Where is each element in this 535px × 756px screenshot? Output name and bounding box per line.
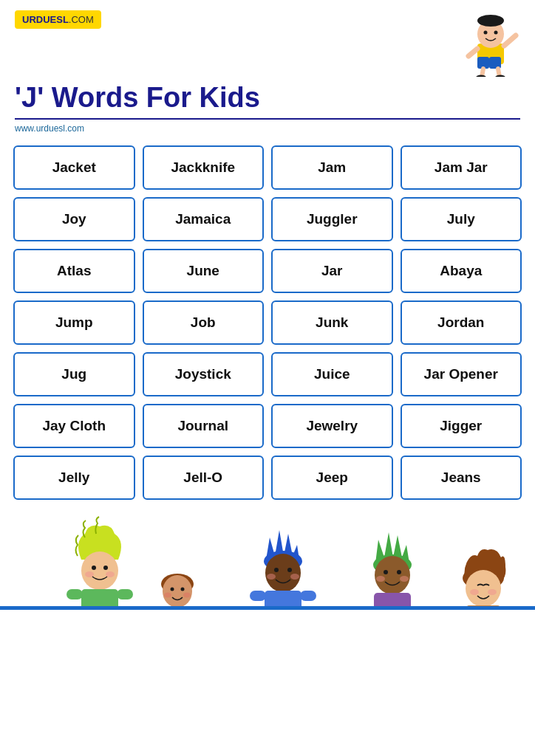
svg-point-39 (384, 570, 388, 574)
svg-point-6 (494, 31, 498, 35)
svg-point-30 (274, 568, 279, 572)
logo-dotcom: .COM (69, 14, 94, 25)
svg-point-31 (287, 568, 292, 572)
word-card-12: Jump (13, 300, 135, 345)
word-grid: JacketJackknifeJamJam JarJoyJamaicaJuggl… (0, 140, 535, 506)
logo-text: URDUESL (22, 14, 69, 25)
svg-point-41 (376, 576, 385, 582)
word-card-21: Journal (143, 404, 265, 448)
word-card-2: Jam (271, 145, 393, 190)
word-card-19: Jar Opener (401, 352, 522, 396)
word-card-14: Junk (271, 300, 393, 345)
svg-point-42 (400, 576, 409, 582)
svg-point-33 (290, 574, 299, 580)
svg-line-8 (468, 49, 477, 56)
svg-point-32 (267, 574, 276, 580)
word-card-10: Jar (271, 249, 393, 293)
svg-point-40 (397, 570, 401, 574)
word-card-3: Jam Jar (401, 145, 522, 190)
word-card-13: Job (143, 300, 265, 345)
logo-badge: URDUESL.COM (15, 10, 101, 29)
kids-illustration-bottom (0, 512, 535, 645)
svg-point-46 (470, 589, 479, 595)
kid-illustration-top (461, 10, 520, 77)
svg-point-23 (171, 587, 174, 591)
svg-point-47 (488, 589, 497, 595)
word-card-20: Jay Cloth (13, 404, 135, 448)
word-card-22: Jewelry (271, 404, 393, 448)
page-header: URDUESL.COM (0, 0, 535, 77)
word-card-27: Jeans (401, 456, 522, 500)
svg-point-24 (181, 587, 185, 591)
svg-point-4 (477, 15, 504, 27)
svg-point-25 (164, 592, 171, 597)
svg-point-13 (81, 551, 118, 590)
word-card-1: Jackknife (143, 145, 265, 190)
svg-point-14 (92, 566, 96, 570)
svg-point-29 (265, 554, 301, 592)
svg-point-38 (375, 556, 410, 594)
svg-rect-50 (0, 606, 535, 610)
svg-point-22 (163, 575, 192, 608)
svg-rect-36 (300, 591, 316, 601)
svg-point-26 (183, 592, 191, 597)
svg-point-5 (484, 31, 488, 35)
svg-point-15 (103, 566, 108, 570)
word-card-7: July (401, 197, 522, 241)
svg-point-45 (466, 570, 501, 607)
svg-line-7 (504, 35, 516, 46)
word-card-25: Jell-O (143, 456, 265, 500)
page-title: 'J' Words For Kids (0, 77, 535, 114)
svg-rect-19 (67, 589, 83, 599)
word-card-26: Jeep (271, 456, 393, 500)
word-card-18: Juice (271, 352, 393, 396)
word-card-23: Jigger (401, 404, 522, 448)
word-card-8: Atlas (13, 249, 135, 293)
word-card-4: Joy (13, 197, 135, 241)
word-card-24: Jelly (13, 456, 135, 500)
svg-rect-35 (250, 591, 266, 601)
logo-area: URDUESL.COM (15, 10, 101, 29)
word-card-9: June (143, 249, 265, 293)
word-card-15: Jordan (401, 300, 522, 345)
word-card-0: Jacket (13, 145, 135, 190)
word-card-16: Jug (13, 352, 135, 396)
word-card-11: Abaya (401, 249, 522, 293)
website-url: www.urduesl.com (0, 120, 535, 140)
word-card-6: Juggler (271, 197, 393, 241)
svg-rect-49 (0, 608, 535, 645)
svg-point-12 (495, 75, 505, 78)
word-card-5: Jamaica (143, 197, 265, 241)
word-card-17: Joystick (143, 352, 265, 396)
svg-rect-20 (117, 589, 133, 599)
svg-point-11 (476, 75, 486, 78)
